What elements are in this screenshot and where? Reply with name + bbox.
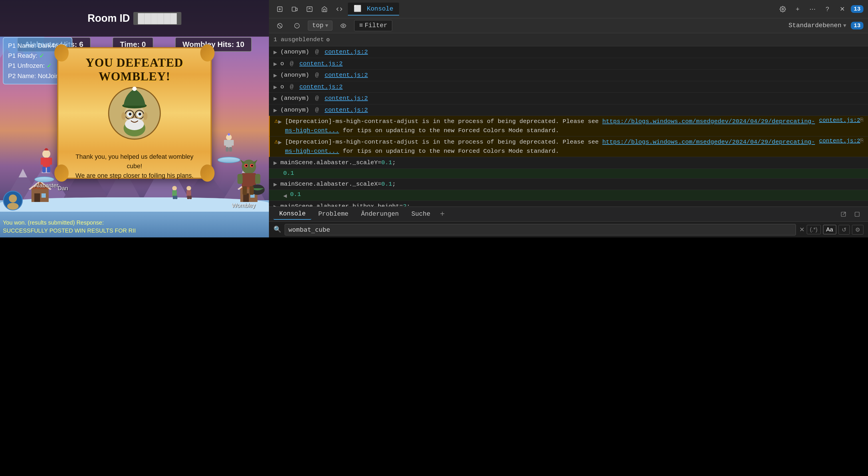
log-source-link-2[interactable]: content.js:2 (299, 60, 342, 67)
expand-icon-6[interactable]: ▶ (274, 107, 279, 114)
add-tab-btn[interactable]: + (437, 209, 447, 219)
eye-icon-btn[interactable] (337, 20, 350, 32)
eval-row-3: ▶ mainScene.alabaster.hitbox.height=2; (269, 201, 868, 207)
svg-point-55 (138, 113, 141, 116)
svg-point-90 (782, 8, 784, 10)
error-badge: 13 (851, 5, 863, 13)
expand-icon-4[interactable]: ▶ (274, 84, 279, 91)
console-icon-btn[interactable] (303, 3, 316, 15)
svg-marker-29 (44, 148, 49, 151)
room-id-bar: Room ID ██████ (0, 0, 269, 37)
search-input[interactable] (288, 226, 792, 233)
dan-label: Dan (56, 185, 70, 192)
log-content-1: (anonym) @ content.js:2 (280, 47, 863, 57)
expand-icon-1[interactable]: ▶ (274, 49, 279, 56)
refresh-btn[interactable]: ↺ (839, 225, 850, 234)
tab-suche-label: Suche (411, 211, 430, 218)
code-icon-btn[interactable] (333, 3, 346, 15)
case-btn[interactable]: Aa (823, 225, 836, 234)
warn-row-1: ⚠ ▶ [Deprecation]-ms-high-contrast-adjus… (269, 116, 868, 136)
svg-point-66 (251, 165, 253, 166)
svg-rect-73 (243, 186, 247, 195)
log-source-link-4[interactable]: content.js:2 (299, 84, 342, 90)
konsole-tab[interactable]: ⬜ Konsole (348, 3, 399, 15)
warn-expand-1[interactable]: ▶ (278, 118, 284, 125)
eval-expand-1[interactable]: ▶ (274, 159, 279, 166)
search-clear-btn[interactable]: ✕ (799, 226, 805, 233)
inspect-icon-btn[interactable] (274, 3, 286, 15)
gear-icon-small[interactable]: ⚙ (326, 36, 330, 43)
log-row-2: ▶ o @ content.js:2 (269, 58, 868, 70)
log-content-2: o @ content.js:2 (280, 59, 863, 68)
eval-expand-3[interactable]: ▶ (274, 203, 279, 207)
log-source-link-3[interactable]: content.js:2 (325, 72, 368, 78)
character-alabaster: Alabaster (34, 148, 59, 189)
tab-probleme[interactable]: Probleme (312, 209, 354, 219)
room-id-value: ██████ (133, 12, 181, 25)
devtools-search-bar: 🔍 ✕ (.*) Aa ↺ ⚙ (269, 221, 868, 237)
warn-source-2[interactable]: content.js:2 (819, 137, 860, 144)
regex-btn[interactable]: (.*) (807, 225, 821, 234)
log-source-link-5[interactable]: content.js:2 (325, 95, 368, 101)
level-label: Standardebenen (788, 22, 841, 29)
responsive-icon-btn[interactable] (288, 3, 301, 15)
level-arrow: ▼ (843, 23, 846, 29)
svg-line-92 (278, 24, 281, 28)
warn-expand-2[interactable]: ▶ (278, 139, 284, 146)
filter-button[interactable]: ≡ Filter (354, 20, 392, 31)
filter-label: Filter (365, 22, 388, 29)
svg-rect-84 (187, 196, 189, 199)
svg-point-45 (228, 133, 230, 136)
home-icon-btn[interactable] (318, 3, 331, 15)
level-selector-wrap: Standardebenen ▼ (788, 22, 846, 29)
filter-badge: 13 (851, 22, 863, 29)
info-icon-btn[interactable] (291, 20, 303, 32)
svg-rect-71 (238, 174, 243, 184)
room-id-label: Room ID (88, 12, 130, 24)
tab-suche[interactable]: Suche (406, 209, 436, 219)
warn-source-1[interactable]: content.js:2 (819, 117, 860, 124)
close-icon-btn[interactable]: ✕ (836, 3, 848, 15)
ice-platform-alabaster (34, 177, 54, 182)
svg-rect-81 (175, 196, 177, 199)
avatar-bottom-left (3, 191, 23, 212)
settings-search-btn[interactable]: ⚙ (852, 225, 863, 234)
scroll-content: YOU DEFEATED WOMBLEY! (57, 47, 212, 186)
eval-result-expand-2[interactable]: ◀ (283, 192, 289, 199)
svg-rect-25 (41, 158, 44, 165)
expand-icon-2[interactable]: ▶ (274, 60, 279, 67)
more-icon-btn[interactable]: ⋯ (806, 3, 819, 15)
expand-icon-3[interactable]: ▶ (274, 72, 279, 79)
copy-icon-1[interactable]: ⎘ (860, 117, 863, 123)
victory-scroll: YOU DEFEATED WOMBLEY! (57, 47, 212, 179)
eval-expand-2[interactable]: ▶ (274, 181, 279, 188)
block-icon-btn[interactable] (274, 20, 286, 32)
warn-content-1: [Deprecation]-ms-high-contrast-adjust is… (285, 117, 817, 135)
svg-rect-41 (224, 140, 227, 146)
new-tab-icon-btn[interactable]: + (791, 3, 804, 15)
undock-btn[interactable] (837, 208, 850, 221)
devtools-bottom-tabs: Konsole Probleme Änderungen Suche + (269, 207, 868, 221)
svg-point-57 (121, 112, 126, 120)
dock-btn[interactable] (851, 208, 863, 221)
warn-icon-1: ⚠ (274, 117, 278, 125)
log-source-link-1[interactable]: content.js:2 (325, 49, 368, 55)
top-context-selector[interactable]: top ▼ (308, 21, 333, 31)
settings-icon-btn[interactable] (776, 3, 789, 15)
copy-icon-2[interactable]: ⎘ (860, 137, 863, 143)
devtools-panel: ⬜ Konsole + ⋯ ? ✕ 13 top ▼ ≡ Filter (269, 0, 868, 237)
svg-rect-83 (187, 190, 191, 196)
eval-content-2: mainScene.alabaster._scaleX=0.1; (280, 180, 863, 189)
console-output[interactable]: 1 ausgeblendet ⚙ ▶ (anonym) @ content.js… (269, 33, 868, 207)
warn-row-2: ⚠ ▶ [Deprecation]-ms-high-contrast-adjus… (269, 136, 868, 157)
search-label-icon: 🔍 (274, 226, 281, 233)
expand-icon-5[interactable]: ▶ (274, 95, 279, 102)
log-source-link-6[interactable]: content.js:2 (325, 107, 368, 113)
help-icon-btn[interactable]: ? (821, 3, 834, 15)
svg-line-98 (843, 212, 845, 215)
top-context-arrow: ▼ (325, 23, 329, 29)
tab-konsole[interactable]: Konsole (274, 209, 311, 220)
tab-aenderungen[interactable]: Änderungen (355, 209, 405, 219)
filter-bar: top ▼ ≡ Filter Standardebenen ▼ 13 (269, 18, 868, 33)
victory-text-1: Thank you, you helped us defeat wombley … (69, 152, 200, 171)
